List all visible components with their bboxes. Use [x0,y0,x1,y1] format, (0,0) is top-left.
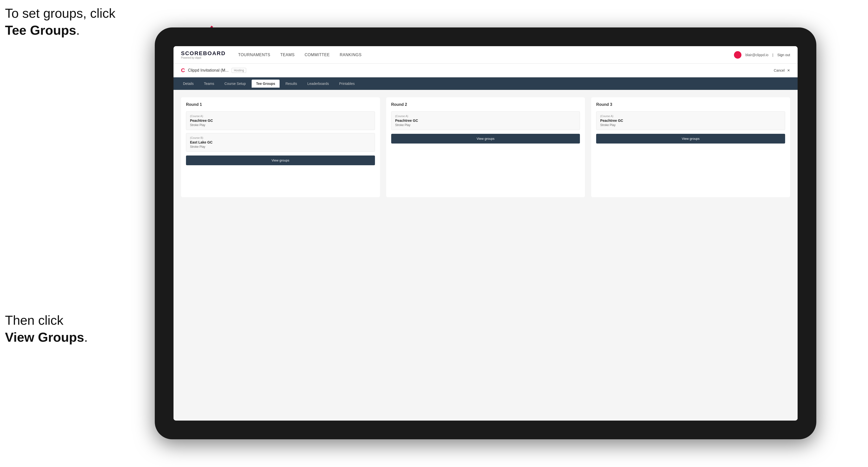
nav-right: blair@clippd.io | Sign out [734,51,790,59]
nav-rankings[interactable]: RANKINGS [340,53,362,57]
instruction-line1: To set groups, click [5,6,115,21]
tab-tee-groups[interactable]: Tee Groups [252,80,280,88]
tab-printables[interactable]: Printables [335,80,359,88]
hosting-badge: Hosting [232,68,246,73]
nav-left: SCOREBOARD Powered by clippit TOURNAMENT… [181,51,362,59]
main-content: Round 1 (Course A) Peachtree GC Stroke P… [174,90,798,421]
round-3-course-a-label: (Course A) [600,115,781,118]
round-1-course-b-name: East Lake GC [190,140,371,144]
round-2-course-a-format: Stroke Play [395,123,576,127]
round-3-course-a-format: Stroke Play [600,123,781,127]
round-1-course-a-format: Stroke Play [190,123,371,127]
cancel-button[interactable]: Cancel ✕ [774,68,790,72]
tab-details[interactable]: Details [179,80,198,88]
round-2-column: Round 2 (Course A) Peachtree GC Stroke P… [386,97,585,197]
nav-teams[interactable]: TEAMS [280,53,295,57]
nav-separator: | [772,53,773,57]
tab-leaderboards[interactable]: Leaderboards [303,80,333,88]
round-3-column: Round 3 (Course A) Peachtree GC Stroke P… [591,97,790,197]
nav-links: TOURNAMENTS TEAMS COMMITTEE RANKINGS [238,53,362,57]
logo-sub: Powered by clippit [181,56,226,59]
logo-main: SCOREBOARD [181,50,226,56]
logo-area: SCOREBOARD Powered by clippit [181,51,226,59]
round-1-course-b-label: (Course B) [190,136,371,139]
sub-header: C Clippd Invitational (M... Hosting Canc… [174,64,798,77]
round-1-course-a-label: (Course A) [190,115,371,118]
round-2-course-a-name: Peachtree GC [395,119,576,123]
round-2-view-groups-button[interactable]: View groups [391,134,580,144]
nav-committee[interactable]: COMMITTEE [305,53,330,57]
round-1-course-b-format: Stroke Play [190,145,371,149]
round-1-title: Round 1 [186,102,375,107]
tab-teams[interactable]: Teams [199,80,219,88]
round-2-title: Round 2 [391,102,580,107]
round-3-course-a-card: (Course A) Peachtree GC Stroke Play [596,111,785,130]
tablet-screen: SCOREBOARD Powered by clippit TOURNAMENT… [174,46,798,421]
tablet-device: SCOREBOARD Powered by clippit TOURNAMENT… [155,27,816,439]
round-1-course-a-name: Peachtree GC [190,119,371,123]
rounds-container: Round 1 (Course A) Peachtree GC Stroke P… [181,97,790,197]
logo-text: SCOREBOARD [181,51,226,56]
round-2-course-a-label: (Course A) [395,115,576,118]
round-3-view-groups-button[interactable]: View groups [596,134,785,144]
tab-results[interactable]: Results [281,80,302,88]
instruction-tee-groups: Tee Groups [5,23,76,37]
round-1-column: Round 1 (Course A) Peachtree GC Stroke P… [181,97,380,197]
tournament-logo-letter: C [181,67,185,74]
round-1-course-b-card: (Course B) East Lake GC Stroke Play [186,133,375,152]
user-avatar [734,51,741,59]
instruction-top: To set groups, click Tee Groups. [5,5,115,39]
round-1-view-groups-button[interactable]: View groups [186,156,375,165]
instruction-then-click: Then click [5,313,63,328]
nav-tournaments[interactable]: TOURNAMENTS [238,53,270,57]
round-3-course-a-name: Peachtree GC [600,119,781,123]
user-email: blair@clippd.io [745,53,768,57]
round-1-course-a-card: (Course A) Peachtree GC Stroke Play [186,111,375,130]
tournament-title-area: C Clippd Invitational (M... Hosting [181,67,246,74]
top-nav: SCOREBOARD Powered by clippit TOURNAMENT… [174,46,798,64]
tab-course-setup[interactable]: Course Setup [220,80,250,88]
round-2-course-a-card: (Course A) Peachtree GC Stroke Play [391,111,580,130]
tab-navigation: Details Teams Course Setup Tee Groups Re… [174,77,798,90]
instruction-view-groups: View Groups [5,330,84,344]
tournament-name: Clippd Invitational (M... [188,68,229,73]
instruction-bottom: Then click View Groups. [5,312,88,346]
sign-out-link[interactable]: Sign out [777,53,790,57]
round-3-title: Round 3 [596,102,785,107]
